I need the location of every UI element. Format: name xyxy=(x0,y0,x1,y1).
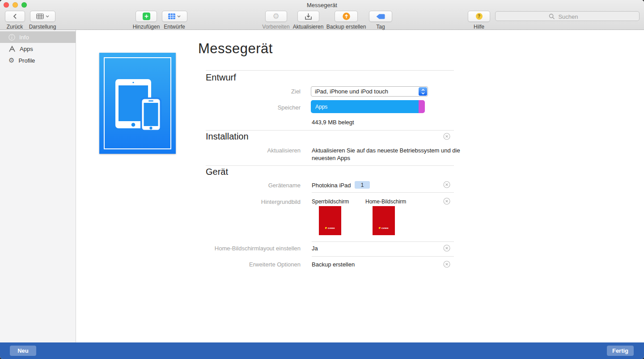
tag-label: Tag xyxy=(376,24,385,30)
home-screen-label: Home-Bildschirm xyxy=(365,199,406,205)
new-button[interactable]: Neu xyxy=(10,346,36,356)
update-row-label: Aktualisieren xyxy=(197,147,301,154)
advanced-options-label: Erweiterte Optionen xyxy=(197,261,301,268)
app-window: Messegerät Zurück Darstellung Hinzufügen xyxy=(0,0,644,359)
device-name-value: Photokina iPad xyxy=(312,182,351,189)
remove-circle-icon xyxy=(443,181,450,188)
sidebar: Info Apps ⚙ Profile xyxy=(0,30,76,342)
cewe-logo-text: cewe xyxy=(328,227,335,229)
update-row-value: Aktualisieren Sie auf das neueste Betrie… xyxy=(312,147,460,162)
search-input[interactable] xyxy=(496,12,641,21)
remove-advanced-options-button[interactable] xyxy=(443,261,450,268)
section-heading-installation: Installation xyxy=(206,131,249,142)
sidebar-item-label: Info xyxy=(19,34,29,41)
section-heading-entwurf: Entwurf xyxy=(206,72,236,83)
remove-wallpaper-button[interactable] xyxy=(443,198,450,205)
done-button[interactable]: Fertig xyxy=(607,346,634,356)
storage-bar: Apps xyxy=(311,100,425,113)
page-title: Messegerät xyxy=(198,41,273,57)
blueprint-grid-icon xyxy=(168,13,175,19)
lock-screen-label: Sperrbildschirm xyxy=(312,199,349,205)
footer-bar: Neu Fertig xyxy=(0,342,644,359)
blueprint-device-image xyxy=(99,53,176,154)
backup-upload-icon xyxy=(343,13,350,20)
remove-circle-icon xyxy=(443,133,450,140)
divider xyxy=(312,256,454,257)
home-screen-wallpaper-thumbnail[interactable]: cewe xyxy=(373,206,395,235)
gear-icon: ⚙ xyxy=(272,13,279,20)
toolbar-blueprints: Entwürfe xyxy=(148,11,201,30)
view-label: Darstellung xyxy=(29,24,56,30)
sidebar-item-label: Profile xyxy=(18,57,35,64)
tag-icon xyxy=(376,13,386,20)
home-layout-label: Home-Bildschirmlayout einstellen xyxy=(197,245,301,252)
view-button[interactable] xyxy=(30,11,55,22)
cewe-logo-mark xyxy=(325,227,327,229)
gear-icon: ⚙ xyxy=(8,57,14,64)
chevron-down-icon xyxy=(177,15,181,17)
download-icon xyxy=(305,13,312,20)
cewe-logo-text: cewe xyxy=(381,227,389,229)
storage-segment-apps: Apps xyxy=(311,100,419,113)
window-title: Messegerät xyxy=(0,2,644,8)
wallpaper-label: Hintergrundbild xyxy=(197,199,301,205)
search-field xyxy=(495,11,640,21)
storage-segment-label: Apps xyxy=(315,104,327,110)
ziel-label: Ziel xyxy=(197,88,301,95)
tag-button[interactable] xyxy=(369,11,392,22)
divider xyxy=(312,192,454,193)
blueprints-label: Entwürfe xyxy=(164,24,185,30)
device-name-label: Gerätename xyxy=(197,182,301,189)
sidebar-item-info[interactable]: Info xyxy=(0,31,76,43)
remove-circle-icon xyxy=(443,198,450,205)
popup-stepper-icon xyxy=(419,87,427,96)
help-button[interactable]: ? xyxy=(468,11,490,22)
divider xyxy=(312,241,454,242)
remove-installation-button[interactable] xyxy=(443,133,450,140)
apps-icon xyxy=(8,46,16,52)
question-icon: ? xyxy=(476,13,483,20)
device-name-token[interactable]: 1 xyxy=(355,181,370,189)
divider xyxy=(206,130,454,131)
sidebar-item-label: Apps xyxy=(20,46,33,52)
section-heading-geraet: Gerät xyxy=(206,167,228,177)
remove-circle-icon xyxy=(443,245,450,252)
storage-used-text: 443,9 MB belegt xyxy=(312,119,354,126)
grid-view-icon xyxy=(36,13,44,19)
titlebar-toolbar: Messegerät Zurück Darstellung Hinzufügen xyxy=(0,0,644,30)
sidebar-item-profile[interactable]: ⚙ Profile xyxy=(0,55,76,66)
home-layout-value: Ja xyxy=(312,245,318,252)
toolbar-tag: Tag xyxy=(354,11,407,30)
remove-home-layout-button[interactable] xyxy=(443,245,450,252)
divider xyxy=(206,165,454,166)
info-icon xyxy=(8,34,15,41)
cewe-logo-mark xyxy=(379,227,381,229)
main-content: Messegerät Entwurf Ziel iPad, iPhone und… xyxy=(76,30,644,342)
divider xyxy=(206,70,454,71)
help-label: Hilfe xyxy=(474,24,484,30)
speicher-label: Speicher xyxy=(197,104,301,111)
ziel-popup-button[interactable]: iPad, iPhone und iPod touch xyxy=(311,86,428,97)
storage-segment-other xyxy=(419,100,425,113)
ziel-popup-value: iPad, iPhone und iPod touch xyxy=(315,88,388,95)
lock-screen-wallpaper-thumbnail[interactable]: cewe xyxy=(319,206,341,235)
advanced-options-value: Backup erstellen xyxy=(312,261,355,268)
remove-device-name-button[interactable] xyxy=(443,181,450,188)
update-button[interactable] xyxy=(297,11,319,22)
sidebar-item-apps[interactable]: Apps xyxy=(0,43,76,55)
blueprints-button[interactable] xyxy=(162,11,187,22)
chevron-down-icon xyxy=(46,15,49,17)
remove-circle-icon xyxy=(443,261,450,268)
toolbar-view: Darstellung xyxy=(16,11,69,30)
